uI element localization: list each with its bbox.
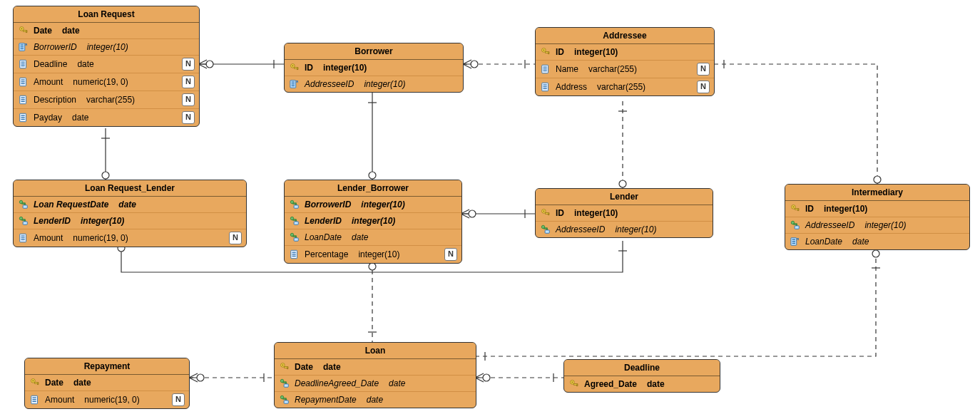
svg-rect-43 (292, 86, 295, 86)
pk-fk-icon (279, 394, 290, 405)
column-name: Date (34, 26, 52, 36)
pk-fk-icon (18, 215, 29, 227)
key-icon (790, 203, 801, 214)
column-name: Amount (34, 233, 63, 243)
column-row[interactable]: Datedate (25, 375, 189, 391)
column-row[interactable]: AddresseeIDinteger(10) (536, 222, 713, 237)
entity-rows: DatedateDeadlineAgreed_DatedateRepayment… (275, 359, 476, 408)
entity-borrower[interactable]: Borrower IDinteger(10)AddresseeIDinteger… (284, 43, 464, 93)
svg-rect-90 (546, 229, 547, 229)
column-row[interactable]: BorrowerIDinteger(10) (285, 197, 461, 213)
column-row[interactable]: AddresseeIDinteger(10) (285, 76, 463, 92)
column-row[interactable]: Descriptionvarchar(255)N (14, 91, 199, 109)
nullable-badge: N (172, 393, 185, 406)
column-row[interactable]: LoanDatedate (285, 229, 461, 246)
column-row[interactable]: Percentageinteger(10)N (285, 246, 461, 263)
column-row[interactable]: RepaymentDatedate (275, 392, 476, 408)
column-type: date (383, 378, 454, 388)
svg-rect-25 (21, 80, 25, 81)
column-row[interactable]: IDinteger(10) (785, 201, 969, 217)
svg-rect-65 (21, 236, 25, 237)
column-type: integer(10) (859, 220, 948, 230)
column-name: AddresseeID (305, 79, 354, 89)
entity-title: Deadline (564, 360, 720, 376)
key-icon (540, 46, 551, 58)
column-row[interactable]: PaydaydateN (14, 109, 199, 126)
pk-fk-icon (289, 199, 300, 210)
column-row[interactable]: IDinteger(10) (536, 205, 713, 222)
entity-rows: IDinteger(10)AddresseeIDinteger(10)LoanD… (785, 201, 969, 249)
column-name: Amount (45, 395, 74, 405)
column-icon (29, 394, 41, 405)
column-name: Payday (34, 113, 62, 123)
svg-rect-127 (33, 401, 36, 402)
column-row[interactable]: LenderIDinteger(10) (14, 213, 246, 229)
column-row[interactable]: Namevarchar(255)N (536, 61, 714, 78)
svg-rect-33 (21, 115, 25, 116)
column-row[interactable]: LoanDatedate (785, 234, 969, 249)
foreign-key-icon (289, 78, 300, 90)
column-row[interactable]: Loan RequestDatedate (14, 197, 246, 213)
column-row[interactable]: Addressvarchar(255)N (536, 78, 714, 95)
svg-point-37 (292, 65, 293, 66)
svg-rect-35 (21, 119, 25, 120)
entity-loan-request-lender[interactable]: Loan Request_Lender Loan RequestDatedate… (13, 180, 247, 247)
column-type: varchar(255) (81, 95, 178, 105)
entity-lender-borrower[interactable]: Lender_Borrower BorrowerIDinteger(10)Len… (284, 180, 462, 264)
entity-rows: DatedateAmountnumeric(19, 0)N (25, 375, 189, 408)
column-name: Name (556, 64, 578, 74)
entity-rows: Loan RequestDatedateLenderIDinteger(10)A… (14, 197, 246, 247)
key-icon (29, 377, 41, 388)
entity-title: Addressee (536, 28, 714, 44)
column-row[interactable]: Datedate (14, 23, 199, 39)
column-row[interactable]: Amountnumeric(19, 0)N (14, 229, 246, 247)
column-type: integer(10) (358, 79, 441, 89)
entity-title: Repayment (25, 358, 189, 375)
svg-rect-71 (294, 205, 298, 208)
entity-loan-request[interactable]: Loan Request DatedateBorrowerIDinteger(1… (13, 6, 200, 127)
column-type: date (346, 232, 440, 242)
svg-rect-59 (23, 205, 27, 208)
column-type: integer(10) (568, 208, 691, 218)
entity-deadline[interactable]: Deadline Agreed_Datedate (563, 359, 720, 393)
svg-rect-83 (292, 256, 296, 257)
svg-rect-15 (26, 31, 27, 33)
column-row[interactable]: Amountnumeric(19, 0)N (25, 391, 189, 408)
svg-rect-123 (38, 383, 39, 385)
column-row[interactable]: Datedate (275, 359, 476, 376)
column-row[interactable]: DeadlinedateN (14, 56, 199, 73)
svg-rect-81 (292, 252, 296, 253)
column-row[interactable]: IDinteger(10) (285, 60, 463, 76)
entity-lender[interactable]: Lender IDinteger(10)AddresseeIDinteger(1… (535, 188, 713, 238)
svg-rect-55 (543, 88, 547, 89)
column-name: ID (805, 204, 814, 214)
svg-rect-126 (33, 399, 36, 400)
svg-rect-103 (792, 243, 795, 244)
column-row[interactable]: LenderIDinteger(10) (285, 213, 461, 229)
column-type: integer(10) (75, 216, 225, 226)
column-row[interactable]: AddresseeIDinteger(10) (785, 217, 969, 234)
entity-intermediary[interactable]: Intermediary IDinteger(10)AddresseeIDint… (785, 184, 970, 250)
column-name: BorrowerID (305, 200, 351, 210)
svg-rect-66 (21, 237, 25, 238)
key-icon (540, 207, 551, 219)
pk-fk-icon (289, 232, 300, 243)
entity-repayment[interactable]: Repayment DatedateAmountnumeric(19, 0)N (24, 358, 190, 409)
entity-loan[interactable]: Loan DatedateDeadlineAgreed_DatedateRepa… (274, 342, 476, 408)
column-name: Date (295, 362, 313, 372)
entity-addressee[interactable]: Addressee IDinteger(10)Namevarchar(255)N… (535, 27, 715, 96)
column-row[interactable]: DeadlineAgreed_Datedate (275, 376, 476, 392)
column-row[interactable]: BorrowerIDinteger(10) (14, 39, 199, 56)
svg-rect-95 (798, 210, 799, 211)
svg-rect-30 (21, 99, 25, 100)
column-type: integer(10) (346, 216, 440, 226)
column-row[interactable]: Amountnumeric(19, 0)N (14, 73, 199, 91)
column-name: BorrowerID (34, 42, 77, 52)
erd-canvas: Loan Request DatedateBorrowerIDinteger(1… (0, 0, 980, 419)
svg-rect-23 (21, 66, 25, 66)
column-row[interactable]: IDinteger(10) (536, 44, 714, 61)
column-row[interactable]: Agreed_Datedate (564, 376, 720, 392)
column-type: date (641, 379, 698, 389)
pk-fk-icon (790, 219, 801, 231)
svg-rect-107 (287, 368, 288, 369)
